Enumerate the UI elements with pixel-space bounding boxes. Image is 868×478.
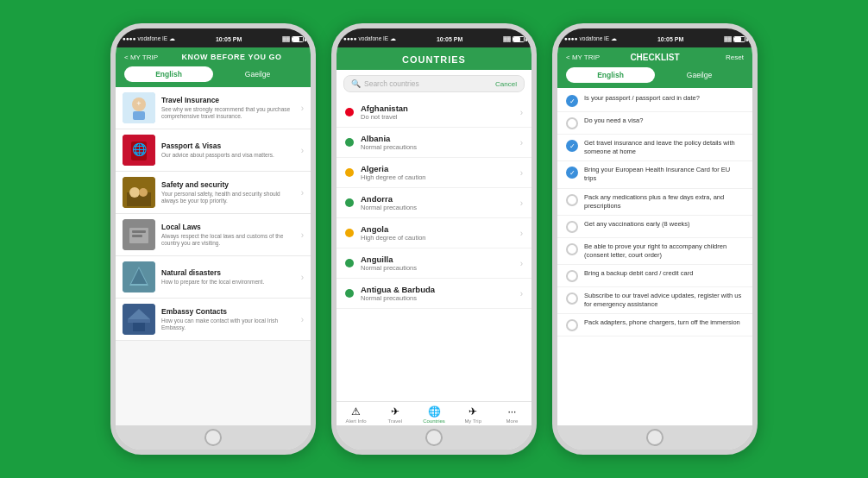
back-button-1[interactable]: < MY TRIP [124, 53, 158, 61]
nav-item-alerts[interactable]: ⚠ Alert Info [337, 406, 375, 424]
status-dot-red [345, 108, 354, 116]
list-item[interactable]: Natural disasters How to prepare for the… [116, 256, 311, 299]
checkbox-3[interactable]: ✓ [566, 167, 578, 179]
status-right-3: ▓▓ [724, 36, 745, 42]
list-item[interactable]: Anguilla Normal precautions › [337, 248, 531, 279]
search-cancel-button[interactable]: Cancel [495, 80, 517, 88]
svg-rect-2 [133, 111, 145, 120]
mytrip-icon: ✈ [469, 406, 477, 418]
checkbox-2[interactable]: ✓ [566, 140, 578, 152]
list-item[interactable]: 🌐 Passport & Visas Our advice about pass… [116, 129, 311, 172]
list-item[interactable]: Afghanistan Do not travel › [337, 97, 531, 128]
list-item[interactable]: Do you need a visa? [557, 112, 752, 135]
menu-text-passport: Passport & Visas Our advice about passpo… [161, 142, 295, 159]
checkbox-6[interactable] [566, 243, 578, 255]
tab-gaeilge-3[interactable]: Gaeilge [655, 67, 744, 83]
menu-title-insurance: Travel Insurance [161, 96, 295, 104]
list-item[interactable]: Safety and security Your personal safety… [116, 172, 311, 214]
list-item[interactable]: + Travel Insurance See why we strongly r… [116, 87, 311, 129]
home-button-2[interactable] [337, 425, 531, 450]
checkbox-5[interactable] [566, 221, 578, 233]
thumb-safety [123, 177, 155, 208]
check-text: Do you need a visa? [584, 116, 643, 125]
thumb-passport: 🌐 [123, 135, 155, 166]
check-text: Be able to prove your right to accompany… [584, 242, 744, 260]
list-item[interactable]: ✓ Get travel insurance and leave the pol… [557, 135, 752, 161]
menu-title-embassy: Embassy Contacts [161, 307, 295, 316]
thumb-insurance: + [123, 92, 155, 123]
list-item[interactable]: Angola High degree of caution › [337, 218, 531, 248]
checkbox-8[interactable] [566, 292, 578, 305]
list-item[interactable]: Subscribe to our travel advice updates, … [557, 287, 752, 314]
battery-icon-3 [733, 36, 745, 42]
chevron-icon: › [301, 230, 304, 240]
nav-item-countries[interactable]: 🌐 Countries [414, 406, 453, 424]
country-status: Normal precautions [361, 264, 513, 272]
country-name: Angola [361, 224, 513, 234]
list-item[interactable]: ✓ Is your passport / passport card in da… [557, 90, 752, 112]
checkbox-9[interactable] [566, 319, 578, 331]
list-item[interactable]: Local Laws Always respect the local laws… [116, 214, 311, 256]
tab-english-3[interactable]: English [566, 67, 655, 83]
chevron-icon: › [520, 259, 523, 268]
menu-desc-embassy: How you can make contact with your local… [161, 318, 295, 332]
screen-1: < MY TRIP KNOW BEFORE YOU GO English Gae… [116, 47, 311, 425]
tab-gaeilge-1[interactable]: Gaeilge [213, 66, 302, 82]
tab-english-1[interactable]: English [124, 66, 213, 82]
list-item[interactable]: Be able to prove your right to accompany… [557, 238, 752, 265]
check-text: Is your passport / passport card in date… [584, 94, 700, 103]
reset-button[interactable]: Reset [700, 53, 745, 61]
checkbox-0[interactable]: ✓ [566, 95, 578, 107]
nav-item-more[interactable]: ··· More [493, 406, 531, 424]
svg-text:+: + [136, 99, 141, 108]
list-item[interactable]: Get any vaccinations early (8 weeks) [557, 216, 752, 238]
svg-text:🌐: 🌐 [132, 142, 148, 157]
signal-icon-1: ▓▓ [282, 36, 290, 41]
home-button-1[interactable] [116, 425, 311, 450]
list-item[interactable]: Albania Normal precautions › [337, 128, 531, 158]
home-circle-1 [204, 429, 222, 446]
nav-item-travel[interactable]: ✈ Travel [375, 406, 414, 424]
home-button-3[interactable] [557, 425, 752, 450]
list-item[interactable]: Bring a backup debit card / credit card [557, 265, 752, 287]
search-bar[interactable]: 🔍 Search countries Cancel [343, 75, 525, 92]
back-button-3[interactable]: < MY TRIP [566, 53, 611, 61]
svg-rect-14 [132, 235, 142, 237]
list-item[interactable]: Andorra Normal precautions › [337, 188, 531, 218]
status-left-1: ●●●● vodafone IE ☁ [123, 35, 175, 42]
header-1: < MY TRIP KNOW BEFORE YOU GO [116, 47, 311, 66]
menu-title-laws: Local Laws [161, 223, 295, 231]
status-left-2: ●●●● vodafone IE ☁ [343, 35, 396, 42]
country-info-6: Antigua & Barbuda Normal precautions [361, 285, 513, 302]
checklist-list: ✓ Is your passport / passport card in da… [557, 88, 752, 425]
list-item[interactable]: Pack adapters, phone chargers, turn off … [557, 314, 752, 336]
phones-container: ●●●● vodafone IE ☁ 10:05 PM ▓▓ < MY TRIP… [110, 23, 758, 455]
list-item[interactable]: ✓ Bring your European Health Insurance C… [557, 161, 752, 188]
nav-item-mytrip[interactable]: ✈ My Trip [454, 406, 493, 424]
status-time-1: 10:05 PM [216, 36, 242, 42]
country-name: Antigua & Barbuda [361, 285, 513, 294]
screen-3: < MY TRIP CHECKLIST Reset English Gaeilg… [557, 47, 752, 425]
nav-label-mytrip: My Trip [464, 418, 481, 424]
checkbox-1[interactable] [566, 117, 578, 129]
alert-icon: ⚠ [351, 406, 361, 418]
chevron-icon: › [520, 108, 523, 117]
list-item[interactable]: Algeria High degree of caution › [337, 158, 531, 188]
list-item[interactable]: Antigua & Barbuda Normal precautions › [337, 279, 531, 309]
signal-icon-2: ▓▓ [503, 36, 511, 41]
check-text: Bring your European Health Insurance Car… [584, 166, 744, 183]
language-tabs-1: English Gaeilge [116, 66, 311, 87]
check-text: Get travel insurance and leave the polic… [584, 139, 744, 156]
menu-desc-insurance: See why we strongly recommend that you p… [161, 106, 295, 121]
status-right-2: ▓▓ [503, 36, 525, 42]
list-item[interactable]: Embassy Contacts How you can make contac… [116, 299, 311, 341]
list-item[interactable]: Pack any medications plus a few days ext… [557, 189, 752, 216]
check-text: Subscribe to our travel advice updates, … [584, 292, 744, 309]
checkbox-7[interactable] [566, 270, 578, 282]
checkbox-4[interactable] [566, 194, 578, 206]
battery-icon-1 [292, 36, 304, 42]
check-text: Get any vaccinations early (8 weeks) [584, 220, 690, 229]
page-title-1: KNOW BEFORE YOU GO [161, 53, 302, 61]
chevron-icon: › [520, 138, 523, 148]
status-dot-green [345, 138, 354, 147]
